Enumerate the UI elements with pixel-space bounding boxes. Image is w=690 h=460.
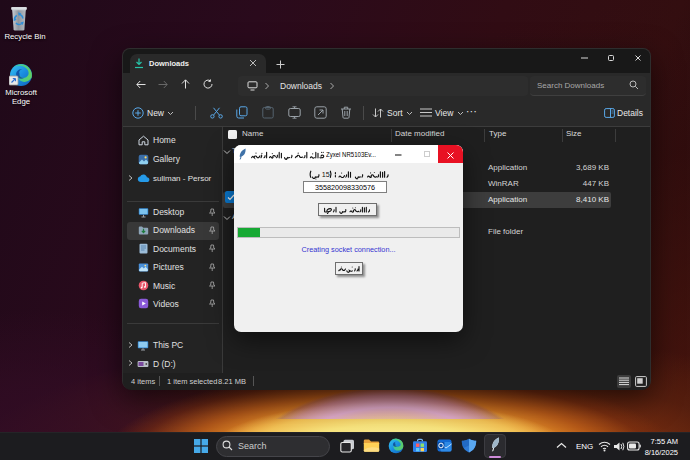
svg-text:15: 15 bbox=[322, 170, 330, 179]
